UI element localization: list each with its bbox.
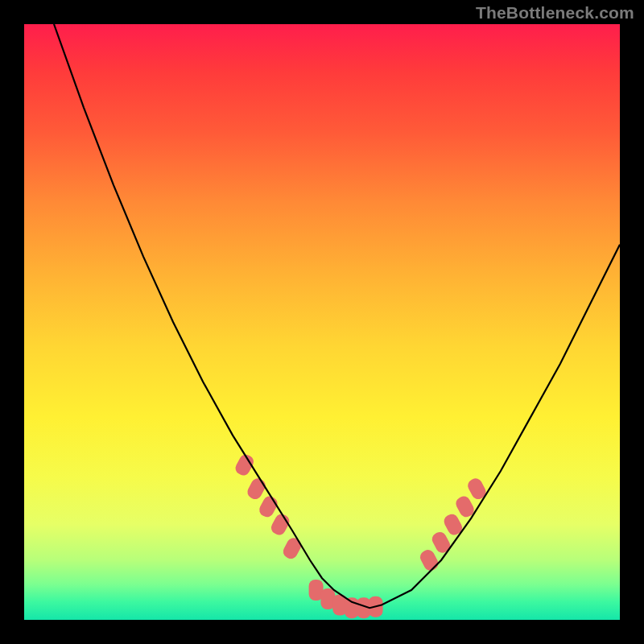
marker xyxy=(357,597,371,618)
marker xyxy=(465,476,488,501)
marker xyxy=(418,547,440,572)
plot-area xyxy=(24,24,620,620)
chart-container: TheBottleneck.com xyxy=(0,0,644,644)
marker xyxy=(269,512,291,537)
series-curve xyxy=(54,24,620,608)
marker xyxy=(454,494,477,519)
marker xyxy=(246,476,268,501)
marker xyxy=(430,530,452,555)
marker xyxy=(332,595,347,616)
marker xyxy=(233,452,256,477)
marker xyxy=(345,597,359,618)
chart-svg xyxy=(24,24,620,620)
marker xyxy=(309,580,324,601)
marker xyxy=(281,535,303,560)
marker xyxy=(442,512,464,537)
marker xyxy=(369,597,383,617)
marker xyxy=(257,494,279,519)
marker xyxy=(320,588,335,609)
markers-group xyxy=(233,452,489,618)
watermark-text: TheBottleneck.com xyxy=(476,3,634,23)
